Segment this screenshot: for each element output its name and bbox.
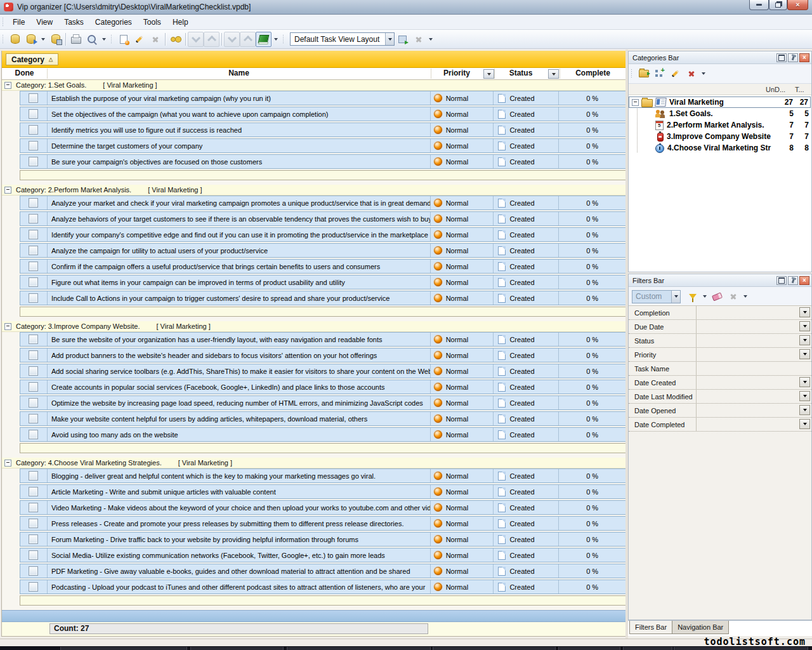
panel-restore-button[interactable] [776,276,787,285]
task-checkbox[interactable] [29,214,38,223]
task-checkbox[interactable] [29,487,38,496]
task-row[interactable]: Blogging - deliver great and helpful con… [20,468,626,483]
category-tree-item[interactable]: 4.Choose Viral Marketing Str88 [629,142,811,154]
collapse-icon[interactable] [4,323,11,330]
layout-combobox[interactable]: Default Task View Layout [290,32,395,46]
task-row[interactable]: Determine the target customers of your c… [20,138,626,153]
task-checkbox[interactable] [29,198,38,208]
task-checkbox[interactable] [29,582,38,592]
task-row[interactable]: Be sure the website of your organization… [20,332,626,347]
task-checkbox[interactable] [29,350,38,360]
open-database-button[interactable] [23,32,39,47]
chevron-down-icon[interactable] [274,38,278,41]
task-checkbox[interactable] [29,382,38,392]
remove-filter-button[interactable] [725,289,741,304]
category-group-header[interactable]: Category: 3.Improve Company Website.[ Vi… [2,321,626,332]
chevron-down-icon[interactable] [743,295,747,298]
task-row[interactable]: Video Marketing - Make videos about the … [20,500,626,515]
minimize-button[interactable] [749,0,769,10]
menu-help[interactable]: Help [167,16,194,29]
delete-task-button[interactable] [147,32,163,47]
column-name[interactable]: Name [47,69,431,77]
filter-dropdown-button[interactable] [799,335,810,345]
group-by-category-button[interactable]: Category △ [6,53,58,65]
new-task-button[interactable] [115,32,131,47]
apply-layout-button[interactable] [395,32,410,47]
category-group-header[interactable]: Category: 4.Choose Viral Marketing Strat… [2,458,626,468]
chevron-down-icon[interactable] [41,38,45,41]
filter-dropdown-button[interactable] [799,349,810,359]
status-filter-dropdown[interactable] [548,69,559,79]
task-checkbox[interactable] [29,230,38,239]
clear-filter-button[interactable] [709,289,725,304]
column-done[interactable]: Done [2,69,47,77]
close-button[interactable]: × [787,0,808,10]
edit-category-button[interactable] [667,66,683,81]
task-row[interactable]: PDF Marketing - Give away valuable e-boo… [20,564,626,578]
task-checkbox[interactable] [29,293,38,303]
save-database-button[interactable] [48,32,63,47]
task-checkbox[interactable] [29,157,38,166]
filter-dropdown-button[interactable] [799,419,810,429]
task-row[interactable]: Figure out what items in your campaign c… [20,275,626,289]
task-checkbox[interactable] [29,398,38,408]
filter-value[interactable] [696,306,811,319]
task-checkbox[interactable] [29,503,38,512]
task-checkbox[interactable] [29,519,38,528]
move-up-button[interactable] [204,32,219,47]
task-checkbox[interactable] [29,414,38,423]
task-row[interactable]: Add social sharing service toolbars (e.g… [20,364,626,378]
task-row[interactable]: Forum Marketing - Drive traffic back to … [20,532,626,547]
task-row[interactable]: Article Marketing - Write and submit uni… [20,484,626,499]
chevron-down-icon[interactable] [702,72,705,75]
task-row[interactable]: Optimize the website by increasing page … [20,395,626,410]
priority-filter-dropdown[interactable] [483,69,494,79]
task-row[interactable]: Analyze behaviors of your target custome… [20,211,626,226]
task-checkbox[interactable] [29,366,38,376]
tab-filters-bar[interactable]: Filters Bar [629,621,672,634]
task-checkbox[interactable] [29,430,38,439]
print-preview-button[interactable] [84,32,100,47]
panel-close-button[interactable]: × [799,276,809,285]
filter-preset-dropdown[interactable] [671,291,680,303]
task-checkbox[interactable] [29,335,38,344]
restore-button[interactable] [769,0,787,10]
category-tree-item[interactable]: Viral Marketing2727 [629,96,811,108]
filter-value[interactable] [696,404,811,417]
filter-value[interactable] [696,418,811,431]
menu-categories[interactable]: Categories [89,16,138,29]
task-checkbox[interactable] [29,262,38,271]
filter-dropdown-button[interactable] [799,321,810,331]
column-complete[interactable]: Complete [560,69,626,77]
menu-tools[interactable]: Tools [138,16,167,29]
task-row[interactable]: Press releases - Create and promote your… [20,516,626,531]
task-checkbox[interactable] [29,550,38,560]
panel-close-button[interactable]: × [799,53,809,62]
filter-value[interactable] [696,362,811,375]
collapse-icon[interactable] [4,187,11,194]
tab-navigation-bar[interactable]: Navigation Bar [672,621,729,634]
task-row[interactable]: Analyze the campaign for utility to actu… [20,243,626,258]
column-status[interactable]: Status [494,69,547,77]
collapse-icon[interactable] [4,460,11,467]
filter-value[interactable] [696,390,811,403]
task-checkbox[interactable] [29,93,38,103]
filter-value[interactable] [696,320,811,333]
column-undone[interactable]: UnD... [766,86,795,93]
task-row[interactable]: Podcasting - Upload your podcast to iTun… [20,580,626,594]
task-row[interactable]: Social Media- Utilize existing communica… [20,548,626,562]
layout-combobox-dropdown[interactable] [385,33,394,45]
panel-pin-button[interactable] [788,276,798,285]
chevron-down-icon[interactable] [429,38,433,41]
task-view-button[interactable] [256,32,272,47]
edit-task-button[interactable] [131,32,147,47]
task-checkbox[interactable] [29,471,38,481]
task-row[interactable]: Identify metrics you will use to figure … [20,123,626,137]
menu-file[interactable]: File [7,16,30,29]
apply-filter-button[interactable] [684,289,700,304]
category-tree-item[interactable]: 1.Set Goals.55 [629,108,811,119]
collapse-icon[interactable] [632,99,639,106]
category-group-header[interactable]: Category: 2.Perform Market Analysis.[ Vi… [2,185,626,196]
chevron-down-icon[interactable] [102,38,106,41]
filter-dropdown-button[interactable] [799,377,810,387]
